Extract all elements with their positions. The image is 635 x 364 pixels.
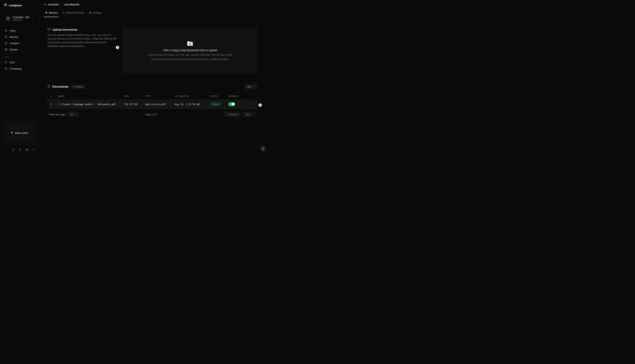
upload-desc: You can upload multiple documents (e.g. … (48, 33, 117, 48)
sidebar-item-analytics[interactable]: Analytics (3, 40, 36, 46)
watch-demo-label: Watch demo (15, 132, 28, 134)
package-icon[interactable] (33, 148, 35, 152)
sidebar-item-explore[interactable]: Explore (3, 46, 36, 53)
command-icon: ⌘ (262, 147, 264, 150)
pipes-icon (5, 29, 8, 32)
drop-sub-2: Maximum 1 documents allowed at a time fo… (151, 58, 229, 60)
settings-tab-icon (89, 12, 92, 14)
svg-point-2 (6, 36, 7, 38)
svg-point-13 (251, 103, 251, 103)
view-label: View (247, 86, 252, 88)
cell-enabled (229, 102, 247, 106)
sidebar-item-memory[interactable]: Memory (3, 34, 36, 40)
upload-dropzone[interactable]: Click or drag & drop documents here to u… (123, 28, 257, 73)
chevron-right-icon (252, 113, 253, 116)
memory-icon (5, 36, 8, 38)
sidebar-item-label: Analytics (10, 42, 19, 45)
workspace-avatar (5, 15, 11, 22)
svg-rect-0 (5, 30, 7, 31)
view-button[interactable]: View (244, 84, 257, 89)
tab-settings[interactable]: Settings (88, 9, 102, 17)
sidebar-item-docs[interactable]: Docs (3, 59, 36, 66)
watch-demo-card[interactable]: Watch demo (3, 121, 37, 144)
annotation-1: 1 (116, 46, 119, 49)
explore-icon (5, 48, 8, 51)
chevron-down-icon (253, 86, 255, 88)
cloud-upload-icon (187, 40, 193, 47)
svg-point-10 (45, 12, 47, 14)
sidebar-item-label: Changelog (10, 67, 21, 70)
svg-point-14 (251, 104, 251, 104)
cell-size: 302.97 KB (124, 103, 145, 106)
documents-title: Documents (52, 85, 69, 88)
github-icon[interactable] (12, 148, 15, 152)
annotation-2: 2 (259, 104, 262, 107)
svg-rect-9 (33, 149, 35, 150)
cell-uploaded: Aug 30, 1:32:58 AM (175, 103, 210, 106)
x-twitter-icon[interactable] (19, 148, 21, 152)
upload-info: Upload documents You can upload multiple… (48, 28, 117, 73)
topbar: examples / rag-wikipedia (39, 0, 270, 9)
breadcrumb-a[interactable]: examples (48, 3, 59, 6)
tab-memory[interactable]: Memory (44, 9, 58, 17)
nav-heading-learn: Learn (3, 53, 36, 59)
page-indicator: Page 1 of 1 (79, 113, 224, 116)
svg-point-12 (90, 12, 90, 13)
col-uploaded: UPLOADED AT (175, 95, 210, 97)
col-size: SIZE (124, 95, 145, 97)
tab-retrieval-testing[interactable]: Retrieval Testing (62, 9, 85, 17)
upload-title: Upload documents (52, 28, 77, 31)
svg-rect-6 (5, 50, 6, 50)
sidebar-footer (0, 148, 39, 155)
sidebar-item-label: Docs (10, 61, 15, 64)
changelog-icon (5, 67, 8, 70)
cell-status: Ready (210, 102, 229, 106)
pagination: Rows per page 10 Page 1 of 1 Previous Ne… (48, 109, 257, 117)
cell-num: 1 (50, 103, 58, 106)
tabs: Memory Retrieval Testing Settings (39, 9, 270, 17)
col-type: TYPE (145, 95, 175, 97)
col-enabled: ENABLED (229, 95, 247, 97)
refresh-button[interactable]: Refresh (71, 85, 85, 89)
toggle-knob (232, 103, 235, 106)
chevron-left-icon (226, 113, 228, 116)
chevron-up-down-icon (32, 17, 34, 20)
svg-rect-7 (6, 50, 7, 50)
col-status: STATUS (210, 95, 229, 97)
status-dot-icon (44, 4, 46, 5)
sidebar-item-label: Memory (10, 36, 18, 38)
cell-name: Claude (language model) - Wikipedia.pdf (58, 103, 124, 106)
rows-value: 10 (70, 113, 73, 116)
prev-button[interactable]: Previous (224, 112, 241, 117)
workspace-switcher[interactable]: Examples Pro examples (3, 14, 36, 23)
enabled-toggle[interactable] (229, 102, 235, 106)
nav-main: Pipes Memory Analytics Explore Learn Doc… (0, 25, 39, 72)
drop-title: Click or drag & drop documents here to u… (163, 49, 217, 52)
workspace-slug: examples (13, 19, 30, 21)
breadcrumb-b[interactable]: rag-wikipedia (64, 3, 79, 6)
docs-icon (5, 61, 8, 64)
col-num: # (50, 95, 58, 97)
refresh-icon (73, 86, 75, 88)
refresh-label: Refresh (76, 86, 83, 88)
tab-label: Retrieval Testing (66, 11, 84, 14)
svg-point-15 (251, 104, 251, 105)
play-icon (11, 132, 13, 134)
row-menu-button[interactable] (247, 103, 254, 106)
col-name: NAME (58, 95, 124, 97)
brand-logo[interactable]: Langbase (4, 3, 35, 7)
table-row[interactable]: 1 Claude (language model) - Wikipedia.pd… (48, 100, 257, 109)
svg-rect-5 (6, 48, 7, 49)
next-button[interactable]: Next (243, 112, 256, 117)
breadcrumb-sep: / (61, 3, 62, 6)
drop-sub-1: Supported document types: .txt, .md, .pd… (148, 54, 232, 56)
sidebar-item-label: Pipes (10, 29, 16, 32)
sidebar-item-pipes[interactable]: Pipes (3, 28, 36, 34)
sidebar-item-changelog[interactable]: Changelog (3, 66, 36, 72)
discord-icon[interactable] (26, 148, 28, 152)
svg-point-11 (46, 12, 47, 13)
brand-name: Langbase (9, 4, 22, 7)
pro-badge: Pro (25, 16, 30, 18)
command-palette-button[interactable]: ⌘ (260, 145, 267, 152)
rows-per-page-select[interactable]: 10 (68, 112, 79, 117)
